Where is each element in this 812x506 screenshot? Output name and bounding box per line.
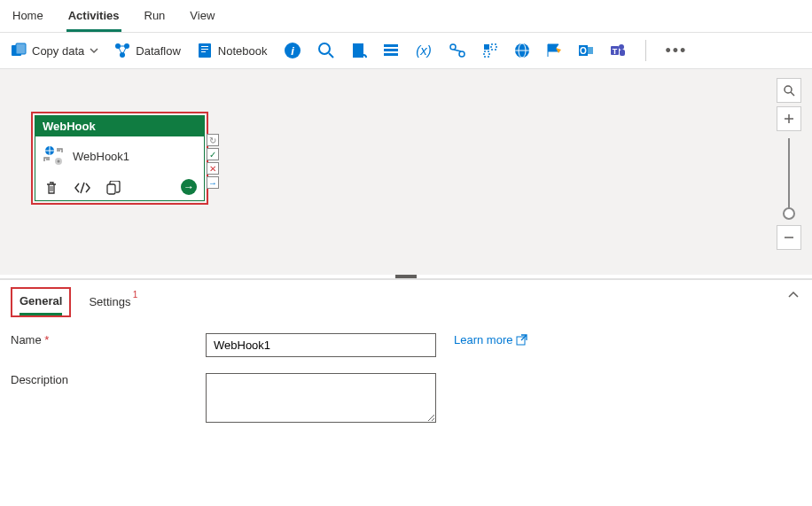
- more-button[interactable]: •••: [666, 42, 688, 60]
- dataflow-icon: [114, 43, 130, 58]
- list-button[interactable]: [383, 43, 399, 58]
- info-button[interactable]: i: [284, 42, 301, 59]
- notebook-button[interactable]: Notebook: [197, 43, 268, 58]
- webhook-icon: [43, 145, 64, 167]
- globe-icon: [514, 43, 530, 58]
- toolbar-divider: [645, 40, 646, 61]
- search-canvas-button[interactable]: [777, 78, 801, 103]
- node-header: WebHook: [35, 116, 204, 136]
- svg-rect-38: [107, 184, 115, 194]
- outlook-icon: O: [578, 43, 594, 58]
- lookup-icon: [449, 43, 466, 58]
- learn-more-link[interactable]: Learn more: [454, 333, 527, 346]
- code-icon[interactable]: [74, 182, 90, 194]
- required-indicator: *: [44, 333, 49, 346]
- variable-button[interactable]: (x): [415, 43, 433, 58]
- plus-icon: [783, 113, 795, 125]
- metadata-button[interactable]: [482, 43, 498, 58]
- svg-text:i: i: [291, 44, 294, 58]
- svg-rect-20: [484, 44, 489, 50]
- collapse-button[interactable]: [787, 289, 800, 301]
- svg-point-11: [319, 43, 330, 54]
- canvas-controls: [777, 78, 801, 250]
- variable-icon: (x): [415, 43, 433, 58]
- dataflow-button[interactable]: Dataflow: [114, 43, 181, 58]
- svg-rect-15: [384, 49, 398, 51]
- success-handle[interactable]: ✓: [207, 148, 219, 160]
- tab-general[interactable]: General: [20, 291, 62, 315]
- node-side-handles: ↻ ✓ ✕ →: [207, 134, 219, 189]
- metadata-icon: [482, 43, 498, 58]
- svg-rect-16: [384, 53, 398, 56]
- zoom-slider[interactable]: [788, 138, 790, 218]
- settings-badge: 1: [133, 290, 138, 300]
- flag-icon: [546, 43, 562, 58]
- settings-label: Settings: [89, 295, 130, 308]
- zoom-in-button[interactable]: [777, 106, 801, 131]
- props-tabs: General Settings 1: [0, 280, 812, 317]
- svg-rect-5: [199, 43, 211, 58]
- flag-button[interactable]: [546, 43, 562, 58]
- canvas[interactable]: WebHook WebHook1 → ↻ ✓ ✕ →: [0, 69, 812, 275]
- teams-icon: T: [610, 43, 626, 58]
- node-footer: →: [35, 175, 204, 200]
- node-body: WebHook1: [35, 136, 204, 175]
- copy-data-icon: [11, 43, 27, 58]
- tab-view[interactable]: View: [188, 5, 216, 32]
- run-icon[interactable]: →: [181, 179, 197, 195]
- svg-line-12: [329, 53, 333, 58]
- fail-handle[interactable]: ✕: [207, 162, 219, 175]
- svg-rect-27: [588, 47, 593, 54]
- zoom-out-button[interactable]: [777, 225, 801, 250]
- webhook-activity-node[interactable]: WebHook WebHook1 → ↻ ✓ ✕ →: [35, 115, 205, 201]
- tab-run[interactable]: Run: [143, 5, 168, 32]
- teams-button[interactable]: T: [610, 43, 626, 58]
- properties-panel: General Settings 1 Name * Learn more Des…: [0, 278, 812, 455]
- skip-handle[interactable]: →: [207, 176, 219, 189]
- description-row: Description: [11, 373, 801, 423]
- tab-home[interactable]: Home: [11, 5, 45, 32]
- toolbar: Copy data Dataflow Notebook i (x) O T ••: [0, 33, 812, 69]
- chevron-down-icon: [90, 46, 98, 55]
- web-button[interactable]: [514, 43, 530, 58]
- lookup-button[interactable]: [449, 43, 466, 58]
- svg-line-40: [791, 92, 794, 96]
- copy-data-button[interactable]: Copy data: [11, 43, 98, 58]
- copy-icon[interactable]: [106, 181, 121, 195]
- delete-icon[interactable]: [44, 181, 59, 195]
- name-input[interactable]: [206, 333, 436, 357]
- description-input[interactable]: [206, 373, 436, 423]
- svg-rect-22: [484, 51, 489, 57]
- search-button[interactable]: [317, 42, 335, 59]
- svg-point-19: [459, 51, 465, 57]
- svg-point-39: [785, 86, 792, 93]
- svg-rect-8: [201, 51, 206, 52]
- search-icon: [783, 84, 795, 97]
- svg-rect-7: [201, 49, 208, 50]
- tab-activities[interactable]: Activities: [66, 5, 121, 32]
- svg-rect-14: [384, 44, 398, 47]
- name-row: Name * Learn more: [11, 333, 801, 357]
- svg-text:T: T: [612, 47, 617, 56]
- tab-settings[interactable]: Settings 1: [89, 292, 130, 314]
- learn-more-label: Learn more: [454, 333, 512, 346]
- script-button[interactable]: [351, 43, 367, 58]
- retry-handle[interactable]: ↻: [207, 134, 219, 146]
- list-icon: [383, 43, 399, 58]
- copy-data-label: Copy data: [32, 44, 84, 58]
- svg-point-18: [450, 44, 456, 50]
- outlook-button[interactable]: O: [578, 43, 594, 58]
- external-link-icon: [516, 334, 527, 346]
- zoom-handle[interactable]: [783, 207, 795, 220]
- svg-rect-31: [620, 50, 625, 56]
- svg-text:(x): (x): [416, 43, 432, 58]
- svg-rect-21: [491, 44, 496, 50]
- menu-tabs: Home Activities Run View: [0, 0, 812, 33]
- search-icon: [317, 42, 335, 59]
- info-icon: i: [284, 42, 301, 59]
- svg-text:O: O: [580, 46, 587, 56]
- svg-rect-6: [201, 46, 208, 47]
- chevron-up-icon: [787, 289, 800, 301]
- dataflow-label: Dataflow: [136, 44, 181, 58]
- svg-rect-1: [16, 43, 26, 54]
